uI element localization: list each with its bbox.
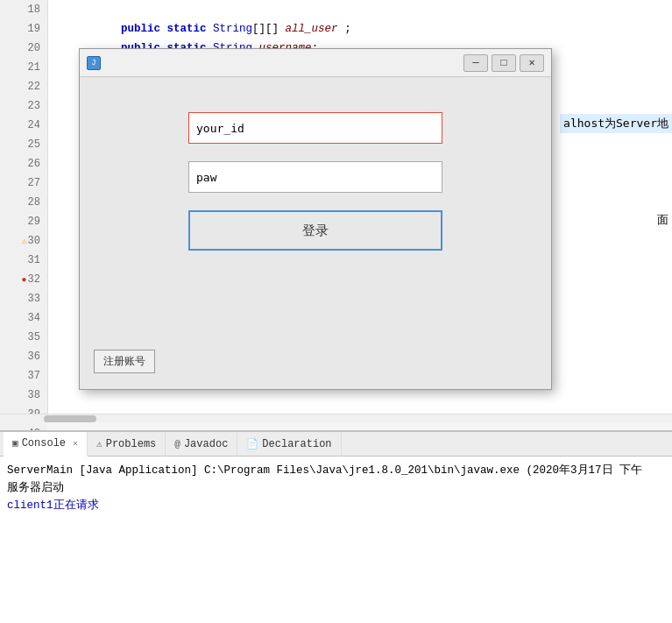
line-numbers: 18 19 20 21 22 23 24 25 26 27 28 29 30 3… bbox=[0, 0, 48, 421]
line-num-31: 31 bbox=[0, 251, 47, 270]
line-num-28: 28 bbox=[0, 193, 47, 212]
line-num-18: 18 bbox=[0, 0, 47, 19]
dialog-window-controls: — □ ✕ bbox=[463, 54, 544, 72]
console-output: ServerMain [Java Application] C:\Program… bbox=[0, 457, 672, 520]
line-num-32: 32 bbox=[0, 270, 47, 289]
minimize-button[interactable]: — bbox=[463, 54, 488, 72]
login-dialog: J — □ ✕ 登录 注册账号 bbox=[79, 48, 552, 390]
right-partial-text-1: alhost为Server地 bbox=[560, 114, 672, 133]
javadoc-icon: @ bbox=[174, 439, 180, 450]
code-line-19: public static String username; bbox=[55, 19, 672, 39]
line-num-30: 30 bbox=[0, 231, 47, 251]
line-num-34: 34 bbox=[0, 308, 47, 328]
register-button[interactable]: 注册账号 bbox=[94, 350, 155, 373]
declaration-icon: 📄 bbox=[246, 438, 258, 450]
username-input[interactable] bbox=[188, 112, 442, 144]
tab-console-label: Console bbox=[22, 437, 66, 450]
tab-declaration-label: Declaration bbox=[262, 438, 331, 450]
problems-icon: ⚠ bbox=[96, 438, 103, 450]
line-num-38: 38 bbox=[0, 386, 47, 405]
close-button[interactable]: ✕ bbox=[520, 54, 544, 72]
tab-javadoc-label: Javadoc bbox=[184, 438, 228, 450]
console-line-2: 服务器启动 bbox=[7, 479, 665, 497]
password-input[interactable] bbox=[188, 161, 442, 193]
bottom-tab-bar: ▣ Console ✕ ⚠ Problems @ Javadoc 📄 Decla… bbox=[0, 432, 672, 457]
dialog-body: 登录 bbox=[80, 77, 551, 286]
line-num-20: 20 bbox=[0, 39, 47, 58]
tab-problems-label: Problems bbox=[106, 438, 157, 450]
dialog-titlebar: J — □ ✕ bbox=[80, 49, 551, 77]
line-num-37: 37 bbox=[0, 366, 47, 386]
right-partial-text-2: 面 bbox=[654, 210, 672, 230]
line-num-27: 27 bbox=[0, 173, 47, 193]
line-num-26: 26 bbox=[0, 154, 47, 173]
maximize-button[interactable]: □ bbox=[492, 54, 516, 72]
console-close-icon[interactable]: ✕ bbox=[73, 438, 78, 449]
console-icon: ▣ bbox=[12, 437, 18, 449]
line-num-29: 29 bbox=[0, 212, 47, 231]
code-line-18: public static String[][] all_user ; bbox=[55, 0, 672, 19]
tab-problems[interactable]: ⚠ Problems bbox=[88, 432, 166, 457]
console-line-3: client1正在请求 bbox=[7, 497, 665, 514]
dialog-app-icon: J bbox=[87, 56, 101, 70]
line-num-22: 22 bbox=[0, 77, 47, 96]
line-num-35: 35 bbox=[0, 328, 47, 347]
dialog-footer: 注册账号 bbox=[94, 350, 155, 373]
tab-console[interactable]: ▣ Console ✕ bbox=[4, 432, 88, 457]
console-line-1: ServerMain [Java Application] C:\Program… bbox=[7, 462, 665, 479]
line-num-21: 21 bbox=[0, 58, 47, 77]
line-num-23: 23 bbox=[0, 96, 47, 116]
scrollbar-thumb[interactable] bbox=[44, 415, 96, 422]
horizontal-scrollbar[interactable] bbox=[0, 414, 672, 422]
tab-javadoc[interactable]: @ Javadoc bbox=[166, 432, 237, 457]
login-button[interactable]: 登录 bbox=[188, 210, 442, 251]
line-num-19: 19 bbox=[0, 19, 47, 39]
line-num-25: 25 bbox=[0, 135, 47, 154]
tab-declaration[interactable]: 📄 Declaration bbox=[237, 432, 341, 457]
line-num-24: 24 bbox=[0, 116, 47, 135]
line-num-33: 33 bbox=[0, 289, 47, 308]
dialog-title-left: J bbox=[87, 56, 106, 70]
bottom-panel: ▣ Console ✕ ⚠ Problems @ Javadoc 📄 Decla… bbox=[0, 430, 672, 623]
line-num-36: 36 bbox=[0, 347, 47, 366]
